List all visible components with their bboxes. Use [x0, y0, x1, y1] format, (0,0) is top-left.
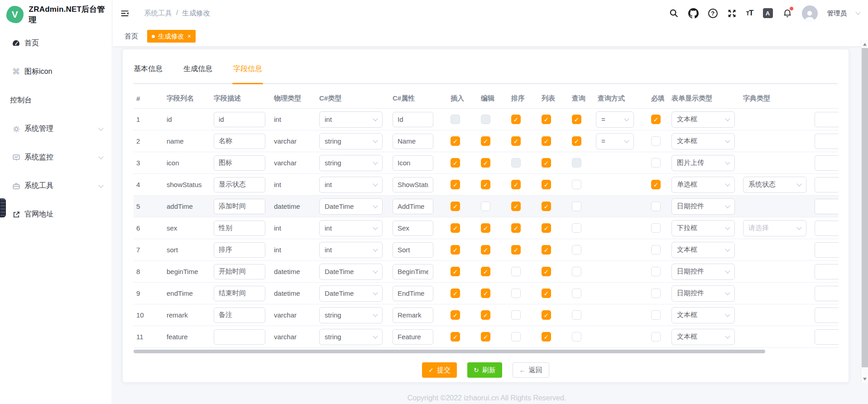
- edit-checkbox[interactable]: [481, 289, 490, 298]
- field-desc-input[interactable]: [214, 112, 265, 127]
- fullscreen-icon[interactable]: [727, 9, 737, 18]
- required-checkbox[interactable]: [651, 180, 661, 189]
- list-checkbox[interactable]: [542, 223, 551, 233]
- required-checkbox[interactable]: [651, 267, 661, 276]
- field-desc-input[interactable]: [214, 264, 265, 279]
- query-mode-select[interactable]: =: [596, 111, 634, 128]
- required-checkbox[interactable]: [651, 115, 661, 124]
- edit-checkbox[interactable]: [481, 136, 490, 146]
- scroll-up-arrow-icon[interactable]: [861, 41, 868, 48]
- required-checkbox[interactable]: [651, 289, 661, 298]
- query-checkbox[interactable]: [572, 202, 581, 211]
- required-checkbox[interactable]: [651, 332, 661, 341]
- insert-checkbox[interactable]: [451, 310, 460, 320]
- field-desc-input[interactable]: [214, 155, 265, 171]
- sort-checkbox[interactable]: [511, 158, 521, 168]
- sort-checkbox[interactable]: [511, 180, 521, 189]
- clipped-input[interactable]: [815, 177, 839, 192]
- edit-checkbox[interactable]: [481, 310, 490, 320]
- close-icon[interactable]: ×: [187, 33, 191, 39]
- display-type-select[interactable]: 日期控件: [671, 198, 735, 215]
- clipped-input[interactable]: [815, 221, 839, 236]
- sidebar-item-icons[interactable]: ⌘ 图标icon: [0, 58, 112, 86]
- sort-checkbox[interactable]: [511, 136, 521, 146]
- field-desc-input[interactable]: [214, 329, 265, 345]
- sort-checkbox[interactable]: [511, 267, 521, 276]
- translate-icon[interactable]: A: [763, 8, 773, 18]
- github-icon[interactable]: [688, 8, 699, 19]
- clipped-input[interactable]: [815, 242, 839, 258]
- cs-prop-input[interactable]: [393, 177, 433, 192]
- list-checkbox[interactable]: [542, 332, 551, 341]
- scrollbar-thumb[interactable]: [862, 48, 868, 367]
- display-type-select[interactable]: 日期控件: [671, 285, 735, 302]
- breadcrumb-parent[interactable]: 系统工具: [144, 9, 172, 18]
- cs-prop-input[interactable]: [393, 199, 433, 214]
- insert-checkbox[interactable]: [451, 136, 460, 146]
- sort-checkbox[interactable]: [511, 115, 521, 124]
- required-checkbox[interactable]: [651, 223, 661, 233]
- query-checkbox[interactable]: [572, 136, 581, 146]
- query-checkbox[interactable]: [572, 310, 581, 320]
- app-logo[interactable]: V ZRAdmin.NET后台管理: [0, 0, 112, 24]
- display-type-select[interactable]: 单选框: [671, 177, 735, 193]
- list-checkbox[interactable]: [542, 202, 551, 211]
- clipped-input[interactable]: [815, 329, 839, 345]
- query-checkbox[interactable]: [572, 115, 581, 124]
- dict-type-select[interactable]: 请选择: [743, 220, 806, 236]
- tab-field-info[interactable]: 字段信息: [233, 60, 262, 83]
- font-size-icon[interactable]: TT: [746, 9, 753, 18]
- insert-checkbox[interactable]: [451, 267, 460, 276]
- query-checkbox[interactable]: [572, 158, 581, 168]
- edit-checkbox[interactable]: [481, 245, 490, 255]
- clipped-input[interactable]: [815, 308, 839, 323]
- submit-button[interactable]: ✓ 提交: [422, 362, 457, 378]
- cs-type-select[interactable]: string: [319, 307, 383, 323]
- display-type-select[interactable]: 文本框: [671, 329, 735, 345]
- cs-prop-input[interactable]: [393, 329, 433, 345]
- cs-type-select[interactable]: string: [319, 329, 383, 345]
- vertical-scrollbar[interactable]: [861, 40, 868, 383]
- insert-checkbox[interactable]: [451, 289, 460, 298]
- sort-checkbox[interactable]: [511, 245, 521, 255]
- collapse-sidebar-icon[interactable]: [120, 9, 129, 18]
- display-type-select[interactable]: 文本框: [671, 242, 735, 258]
- dict-type-select[interactable]: 系统状态: [743, 177, 806, 193]
- notification-bell-icon[interactable]: [782, 8, 792, 18]
- cs-prop-input[interactable]: [393, 112, 433, 127]
- query-checkbox[interactable]: [572, 223, 581, 233]
- display-type-select[interactable]: 下拉框: [671, 220, 735, 236]
- sort-checkbox[interactable]: [511, 223, 521, 233]
- sidebar-item-console[interactable]: 控制台: [0, 86, 112, 115]
- query-checkbox[interactable]: [572, 267, 581, 276]
- insert-checkbox[interactable]: [451, 332, 460, 341]
- cs-prop-input[interactable]: [393, 242, 433, 258]
- required-checkbox[interactable]: [651, 136, 661, 146]
- display-type-select[interactable]: 图片上传: [671, 155, 735, 171]
- insert-checkbox[interactable]: [451, 202, 460, 211]
- edit-checkbox[interactable]: [481, 332, 490, 341]
- insert-checkbox[interactable]: [451, 223, 460, 233]
- cs-type-select[interactable]: int: [319, 177, 383, 193]
- insert-checkbox[interactable]: [451, 245, 460, 255]
- list-checkbox[interactable]: [542, 115, 551, 124]
- scroll-down-arrow-icon[interactable]: [861, 375, 868, 382]
- query-checkbox[interactable]: [572, 245, 581, 255]
- cs-prop-input[interactable]: [393, 264, 433, 279]
- display-type-select[interactable]: 文本框: [671, 307, 735, 323]
- sort-checkbox[interactable]: [511, 202, 521, 211]
- cs-type-select[interactable]: string: [319, 155, 383, 171]
- clipped-input[interactable]: [815, 112, 839, 127]
- tab-basic-info[interactable]: 基本信息: [134, 60, 163, 83]
- display-type-select[interactable]: 文本框: [671, 133, 735, 149]
- sidebar-item-system-tools[interactable]: 系统工具: [0, 172, 112, 200]
- avatar[interactable]: [802, 5, 818, 21]
- edit-checkbox[interactable]: [481, 115, 490, 124]
- insert-checkbox[interactable]: [451, 180, 460, 189]
- cs-prop-input[interactable]: [393, 155, 433, 171]
- sort-checkbox[interactable]: [511, 332, 521, 341]
- cs-type-select[interactable]: int: [319, 111, 383, 128]
- edit-checkbox[interactable]: [481, 267, 490, 276]
- tab-generate-info[interactable]: 生成信息: [183, 60, 212, 83]
- cs-type-select[interactable]: int: [319, 220, 383, 236]
